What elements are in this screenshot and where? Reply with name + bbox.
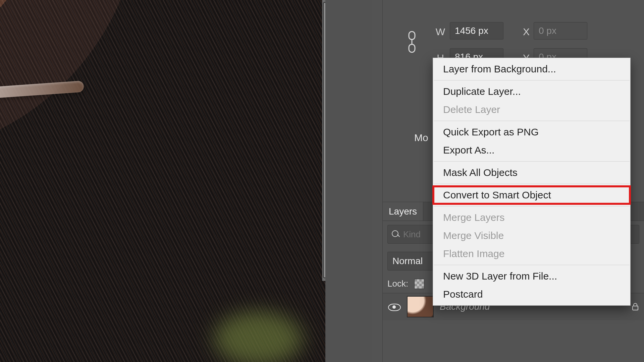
- menu-item-flatten-image: Flatten Image: [433, 245, 630, 263]
- menu-item-export-as[interactable]: Export As...: [433, 141, 630, 159]
- app-root: Canvas W X H: [0, 0, 644, 362]
- menu-separator: [434, 184, 630, 184]
- menu-item-delete-layer: Delete Layer: [433, 101, 630, 119]
- document-image: [0, 0, 325, 362]
- x-label: X: [520, 26, 533, 38]
- menu-item-quick-export-as-png[interactable]: Quick Export as PNG: [433, 123, 630, 141]
- menu-item-new-3d-layer-from-file[interactable]: New 3D Layer from File...: [433, 267, 630, 285]
- menu-item-merge-layers: Merge Layers: [433, 208, 630, 227]
- x-input: [534, 22, 587, 40]
- menu-separator: [434, 265, 630, 265]
- menu-item-duplicate-layer[interactable]: Duplicate Layer...: [433, 82, 630, 101]
- svg-rect-1: [409, 44, 415, 52]
- menu-separator: [434, 206, 630, 206]
- link-dimensions-icon[interactable]: [405, 30, 419, 54]
- layer-thumbnail[interactable]: [407, 296, 434, 317]
- menu-item-merge-visible: Merge Visible: [433, 227, 630, 245]
- visibility-toggle-icon[interactable]: [387, 300, 401, 314]
- blend-mode-value: Normal: [392, 256, 423, 266]
- menu-separator: [434, 161, 630, 162]
- tab-layers[interactable]: Layers: [383, 202, 423, 221]
- width-label: W: [434, 26, 447, 38]
- scrollbar-thumb[interactable]: [323, 2, 325, 278]
- search-icon: [391, 230, 400, 239]
- menu-item-convert-to-smart-object[interactable]: Convert to Smart Object: [433, 186, 630, 204]
- svg-rect-0: [409, 32, 415, 40]
- menu-item-postcard[interactable]: Postcard: [433, 285, 630, 303]
- document-canvas[interactable]: [0, 0, 325, 362]
- width-input[interactable]: [450, 22, 503, 40]
- menu-separator: [434, 80, 630, 80]
- lock-label: Lock:: [387, 279, 408, 289]
- menu-separator: [434, 121, 630, 121]
- menu-item-mask-all-objects[interactable]: Mask All Objects: [433, 164, 630, 182]
- mode-label-fragment: Mo: [414, 132, 428, 143]
- lock-icon: [631, 302, 640, 311]
- menu-item-layer-from-background[interactable]: Layer from Background...: [433, 60, 630, 78]
- canvas-scrollbar[interactable]: [322, 0, 325, 281]
- lock-transparency-icon[interactable]: [414, 279, 424, 289]
- layer-context-menu[interactable]: Layer from Background...Duplicate Layer.…: [433, 58, 631, 306]
- svg-rect-3: [633, 306, 638, 310]
